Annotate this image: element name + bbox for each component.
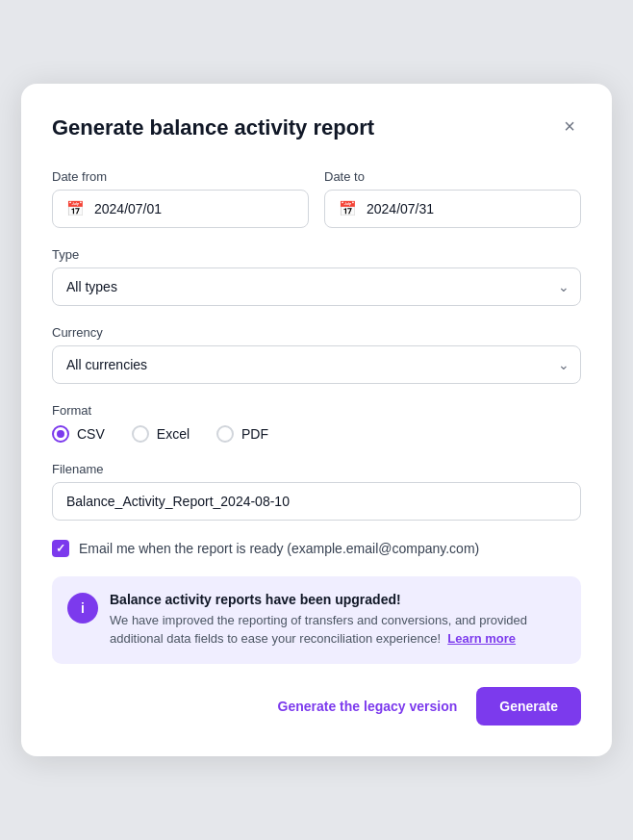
- format-csv-option[interactable]: CSV: [52, 425, 105, 443]
- checkmark-icon: ✓: [56, 542, 65, 555]
- format-pdf-label: PDF: [241, 426, 268, 442]
- close-button[interactable]: ×: [558, 115, 581, 138]
- modal: Generate balance activity report × Date …: [21, 84, 612, 756]
- date-row: Date from 📅 Date to 📅: [52, 169, 581, 228]
- currency-select-wrapper: All currencies USD EUR GBP ⌄: [52, 345, 581, 384]
- currency-group: Currency All currencies USD EUR GBP ⌄: [52, 325, 581, 384]
- date-to-input[interactable]: [367, 201, 567, 216]
- radio-csv[interactable]: [52, 425, 69, 443]
- info-banner: i Balance activity reports have been upg…: [52, 576, 581, 664]
- radio-excel[interactable]: [132, 425, 149, 443]
- date-from-label: Date from: [52, 169, 309, 184]
- format-pdf-option[interactable]: PDF: [216, 425, 268, 443]
- currency-select[interactable]: All currencies USD EUR GBP: [52, 345, 581, 384]
- modal-header: Generate balance activity report ×: [52, 115, 581, 142]
- email-checkbox[interactable]: ✓: [52, 540, 69, 557]
- format-label: Format: [52, 403, 581, 418]
- format-group: Format CSV Excel PDF: [52, 403, 581, 443]
- type-select-wrapper: All types Credit Debit ⌄: [52, 267, 581, 306]
- modal-title: Generate balance activity report: [52, 115, 374, 142]
- filename-label: Filename: [52, 462, 581, 476]
- learn-more-link[interactable]: Learn more: [447, 631, 516, 646]
- date-from-group: Date from 📅: [52, 169, 309, 228]
- date-to-input-wrapper: 📅: [324, 190, 581, 228]
- email-checkbox-label: Email me when the report is ready (examp…: [79, 541, 479, 556]
- legacy-version-button[interactable]: Generate the legacy version: [274, 689, 462, 724]
- banner-description: We have improved the reporting of transf…: [110, 611, 566, 649]
- radio-pdf[interactable]: [216, 425, 234, 443]
- filename-input[interactable]: [52, 482, 581, 521]
- format-excel-label: Excel: [157, 426, 190, 442]
- calendar-icon-to: 📅: [339, 200, 357, 217]
- email-checkbox-row: ✓ Email me when the report is ready (exa…: [52, 540, 581, 557]
- type-label: Type: [52, 247, 581, 262]
- date-from-input-wrapper: 📅: [52, 190, 309, 228]
- info-icon-circle: i: [67, 593, 98, 624]
- generate-button[interactable]: Generate: [476, 687, 581, 725]
- type-group: Type All types Credit Debit ⌄: [52, 247, 581, 306]
- calendar-icon-from: 📅: [66, 200, 85, 217]
- format-csv-label: CSV: [77, 426, 105, 442]
- format-options-row: CSV Excel PDF: [52, 425, 581, 443]
- date-from-input[interactable]: [94, 201, 294, 216]
- filename-group: Filename: [52, 462, 581, 521]
- banner-title: Balance activity reports have been upgra…: [110, 592, 566, 607]
- currency-label: Currency: [52, 325, 581, 340]
- info-icon: i: [81, 600, 85, 616]
- date-to-group: Date to 📅: [324, 169, 581, 228]
- modal-footer: Generate the legacy version Generate: [52, 687, 581, 725]
- format-excel-option[interactable]: Excel: [132, 425, 190, 443]
- type-select[interactable]: All types Credit Debit: [52, 267, 581, 306]
- date-to-label: Date to: [324, 169, 581, 184]
- info-content: Balance activity reports have been upgra…: [110, 592, 566, 649]
